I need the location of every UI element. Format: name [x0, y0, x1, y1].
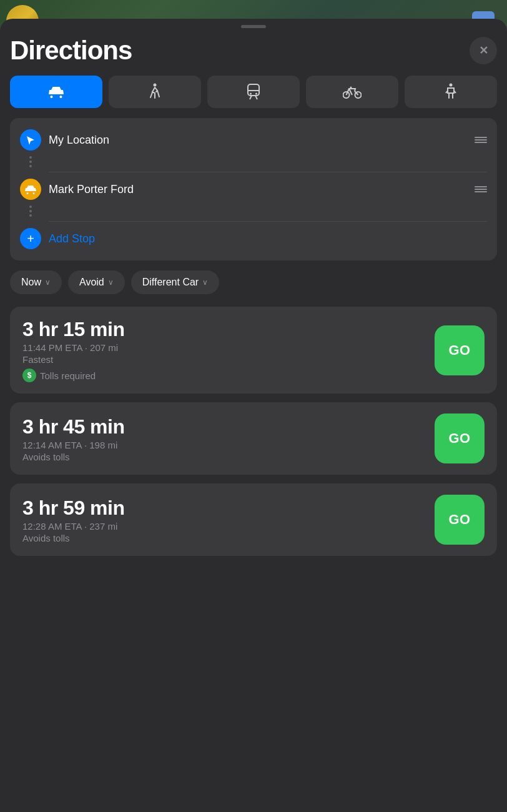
destination-label: Mark Porter Ford: [49, 183, 467, 196]
dot: [29, 210, 32, 212]
go-button-3[interactable]: GO: [435, 495, 485, 545]
tab-transit[interactable]: [207, 76, 300, 108]
filter-time[interactable]: Now ∨: [10, 270, 62, 294]
add-stop-icon: +: [20, 228, 41, 249]
tab-bike[interactable]: [306, 76, 398, 108]
route-info-2: 3 hr 45 min 12:14 AM ETA · 198 mi Avoids…: [22, 415, 425, 462]
tab-car[interactable]: [10, 76, 102, 108]
filter-row: Now ∨ Avoid ∨ Different Car ∨: [10, 270, 497, 294]
waypoint-destination[interactable]: Mark Porter Ford: [20, 175, 487, 204]
car-icon: [47, 85, 65, 99]
toll-label-1: Tolls required: [40, 370, 96, 381]
sheet-header: Directions ✕: [10, 28, 497, 76]
svg-point-9: [350, 87, 352, 89]
route-time-3: 3 hr 59 min: [22, 497, 425, 520]
route-detail-3: 12:28 AM ETA · 237 mi: [22, 521, 425, 532]
route-card-1: 3 hr 15 min 11:44 PM ETA · 207 mi Fastes…: [10, 307, 497, 394]
destination-icon: [20, 179, 41, 200]
location-arrow-icon: [26, 135, 36, 145]
go-button-2[interactable]: GO: [435, 413, 485, 463]
tab-rideshare[interactable]: [405, 76, 497, 108]
connector-dots-2: [20, 204, 487, 219]
waypoint-divider: [49, 172, 487, 172]
waypoint-origin[interactable]: My Location: [20, 126, 487, 154]
close-icon: ✕: [479, 44, 488, 57]
filter-car-type[interactable]: Different Car ∨: [131, 270, 219, 294]
walk-icon: [148, 83, 162, 101]
rideshare-icon: [444, 83, 458, 101]
dot: [29, 205, 32, 208]
directions-sheet: Directions ✕: [0, 19, 507, 812]
svg-point-3: [250, 93, 252, 95]
waypoint-divider-2: [49, 221, 487, 222]
route-time-2: 3 hr 45 min: [22, 415, 425, 438]
route-info-1: 3 hr 15 min 11:44 PM ETA · 207 mi Fastes…: [22, 318, 425, 382]
route-detail-2: 12:14 AM ETA · 198 mi: [22, 440, 425, 450]
chevron-down-icon-2: ∨: [108, 278, 114, 287]
svg-point-7: [343, 92, 350, 98]
connector-dots: [20, 154, 487, 169]
transit-icon: [246, 83, 261, 101]
route-time-1: 3 hr 15 min: [22, 318, 425, 341]
route-toll-row-1: $ Tolls required: [22, 369, 425, 382]
go-label-2: GO: [448, 430, 470, 447]
page-title: Directions: [10, 36, 132, 66]
filter-avoid[interactable]: Avoid ∨: [68, 270, 125, 294]
route-tag-3: Avoids tolls: [22, 533, 425, 543]
chevron-down-icon-3: ∨: [202, 278, 208, 287]
route-detail-1: 11:44 PM ETA · 207 mi: [22, 342, 425, 353]
go-label-3: GO: [448, 512, 470, 528]
dot: [29, 214, 32, 217]
filter-car-type-label: Different Car: [142, 277, 199, 288]
origin-drag-handle[interactable]: [475, 137, 487, 143]
origin-label: My Location: [49, 134, 467, 147]
origin-icon: [20, 129, 41, 151]
dot: [29, 165, 32, 167]
waypoint-add-stop[interactable]: + Add Stop: [20, 224, 487, 253]
route-info-3: 3 hr 59 min 12:28 AM ETA · 237 mi Avoids…: [22, 497, 425, 543]
add-stop-label: Add Stop: [49, 232, 487, 245]
go-label-1: GO: [448, 342, 470, 359]
route-tag-2: Avoids tolls: [22, 452, 425, 462]
destination-drag-handle[interactable]: [475, 186, 487, 192]
close-button[interactable]: ✕: [470, 37, 497, 64]
tab-walk[interactable]: [109, 76, 201, 108]
car-small-icon: [25, 184, 36, 195]
waypoints-container: My Location Mark Porter Ford: [10, 118, 497, 260]
transport-tabs: [10, 76, 497, 108]
route-card-2: 3 hr 45 min 12:14 AM ETA · 198 mi Avoids…: [10, 402, 497, 475]
svg-point-10: [450, 84, 453, 87]
filter-avoid-label: Avoid: [79, 277, 104, 288]
svg-point-4: [255, 93, 257, 95]
route-tag-1: Fastest: [22, 354, 425, 365]
toll-icon-1: $: [22, 369, 36, 382]
dot: [29, 156, 32, 159]
dot: [29, 161, 32, 163]
route-card-3: 3 hr 59 min 12:28 AM ETA · 237 mi Avoids…: [10, 483, 497, 556]
plus-icon: +: [27, 232, 34, 245]
chevron-down-icon: ∨: [45, 278, 51, 287]
go-button-1[interactable]: GO: [435, 325, 485, 375]
filter-time-label: Now: [21, 277, 41, 288]
bike-icon: [343, 85, 362, 99]
svg-point-0: [154, 84, 157, 87]
